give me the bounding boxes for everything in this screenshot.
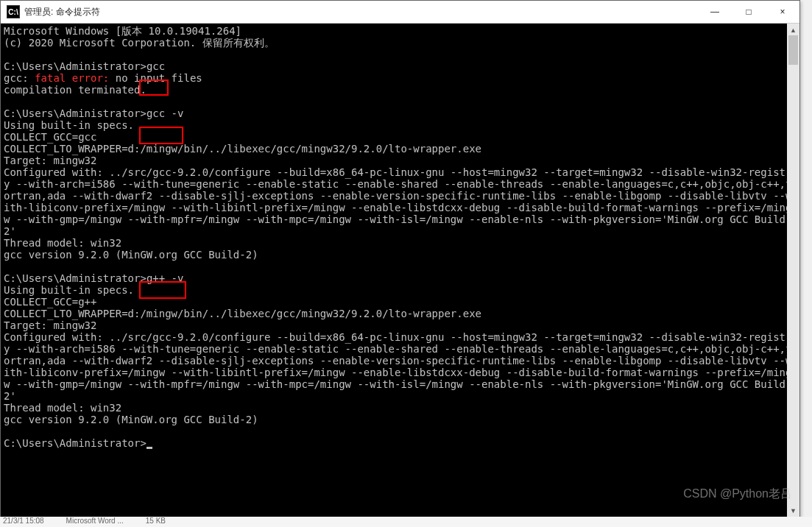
terminal-output: Microsoft Windows [版本 10.0.19041.264] (c… [1, 24, 799, 450]
minimize-button[interactable]: — [698, 1, 732, 23]
line-blank [4, 425, 10, 437]
gcc-target: Target: mingw32 [4, 155, 96, 166]
prompt-1: C:\Users\Administrator> [4, 60, 146, 72]
taskbar-size: 15 KB [146, 517, 166, 527]
desktop-background-strip: 21/3/1 15:08 Microsoft Word ... 15 KB [0, 517, 812, 527]
gcc-collect: COLLECT_GCC=gcc [4, 131, 96, 143]
gcc-configured: Configured with: ../src/gcc-9.2.0/config… [4, 166, 791, 237]
cursor [146, 447, 152, 449]
gpp-collect: COLLECT_GCC=g++ [4, 296, 96, 308]
taskbar-time: 21/3/1 15:08 [3, 517, 44, 527]
line-version: Microsoft Windows [版本 10.0.19041.264] [4, 25, 241, 37]
line-blank [4, 49, 10, 60]
window-controls: — □ × [698, 1, 799, 23]
scroll-down-button[interactable]: ▼ [787, 504, 799, 517]
maximize-button[interactable]: □ [732, 1, 766, 23]
gpp-wrapper: COLLECT_LTO_WRAPPER=d:/mingw/bin/../libe… [4, 308, 481, 319]
gcc-version: gcc version 9.2.0 (MinGW.org GCC Build-2… [4, 249, 258, 261]
line-blank [4, 261, 10, 272]
gpp-version: gcc version 9.2.0 (MinGW.org GCC Build-2… [4, 414, 258, 425]
gcc-wrapper: COLLECT_LTO_WRAPPER=d:/mingw/bin/../libe… [4, 143, 481, 155]
cmd-3: g++ -v [146, 272, 184, 284]
watermark: CSDN @Python老吕 [683, 487, 792, 502]
fatal-error-text: fatal error: [35, 72, 109, 84]
gpp-target: Target: mingw32 [4, 319, 96, 331]
scrollbar-thumb[interactable] [788, 35, 798, 65]
err-line-1: gcc: fatal error: no input files [4, 72, 202, 84]
gpp-thread: Thread model: win32 [4, 402, 121, 414]
gcc-specs: Using built-in specs. [4, 119, 134, 131]
cmd-window: C:\ 管理员: 命令提示符 — □ × Microsoft Windows [… [0, 0, 800, 517]
scroll-up-button[interactable]: ▲ [787, 24, 799, 36]
err-line-2: compilation terminated. [4, 84, 146, 96]
gpp-specs: Using built-in specs. [4, 284, 134, 296]
close-button[interactable]: × [766, 1, 799, 23]
prompt-2: C:\Users\Administrator> [4, 107, 146, 119]
gpp-configured: Configured with: ../src/gcc-9.2.0/config… [4, 331, 791, 402]
cmd-2: gcc -v [146, 107, 184, 119]
prompt-3: C:\Users\Administrator> [4, 272, 146, 284]
terminal-area[interactable]: Microsoft Windows [版本 10.0.19041.264] (c… [1, 24, 799, 517]
scrollbar[interactable]: ▲ ▼ [787, 24, 799, 517]
line-blank [4, 96, 10, 107]
prompt-4: C:\Users\Administrator> [4, 437, 146, 449]
titlebar[interactable]: C:\ 管理员: 命令提示符 — □ × [1, 1, 799, 24]
cmd-1: gcc [146, 60, 165, 72]
gcc-thread: Thread model: win32 [4, 237, 121, 249]
window-title: 管理员: 命令提示符 [24, 6, 698, 18]
line-copyright: (c) 2020 Microsoft Corporation. 保留所有权利。 [4, 37, 275, 49]
taskbar-doc: Microsoft Word ... [66, 517, 124, 527]
cmd-icon: C:\ [7, 5, 20, 18]
